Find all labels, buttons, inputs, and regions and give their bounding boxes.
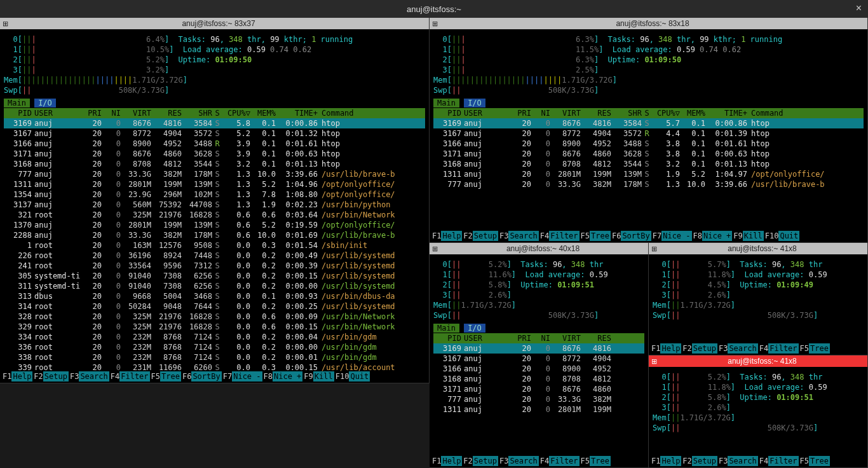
tab-io[interactable]: I/O (464, 99, 485, 107)
fkey-label[interactable]: Search (508, 231, 538, 241)
table-row[interactable]: 777anuj20033.3G382M178MS1.310.03:39.66/u… (433, 179, 864, 189)
fkey-F4[interactable]: F4 (759, 343, 768, 354)
table-row[interactable]: 3168anuj20087084812 (433, 374, 644, 384)
fkey-label[interactable]: Filter (549, 456, 579, 466)
keybar[interactable]: F1HelpF2SetupF3SearchF4FilterF5TreeF6Sor… (3, 371, 426, 382)
fkey-label[interactable]: Setup (473, 231, 498, 241)
fkey-F5[interactable]: F5 (581, 456, 590, 466)
fkey-F1[interactable]: F1 (432, 456, 441, 466)
fkey-F10[interactable]: F10 (765, 231, 779, 241)
table-row[interactable]: 3167anuj200877249043572R4.40.10:01.39hto… (433, 128, 864, 139)
table-row[interactable]: 321root200325M2197616828S0.60.60:03.64/u… (4, 210, 425, 220)
fkey-label[interactable]: Help (441, 456, 462, 466)
fkey-F3[interactable]: F3 (719, 456, 728, 466)
fkey-label[interactable]: Kill (743, 231, 764, 241)
fkey-F4[interactable]: F4 (540, 456, 549, 466)
table-row[interactable]: 3168anuj200870848123544S3.20.10:01.13hto… (4, 159, 425, 169)
table-row[interactable]: 3166anuj200890049523488R3.90.10:01.61hto… (4, 139, 425, 149)
table-row[interactable]: 329root200325M2197616828S0.00.60:00.15/u… (4, 322, 425, 332)
tab-main[interactable]: Main (433, 99, 459, 107)
fkey-label[interactable]: Tree (809, 343, 830, 354)
fkey-label[interactable]: Tree (809, 456, 830, 466)
fkey-label[interactable]: Search (728, 456, 757, 466)
fkey-label[interactable]: Filter (549, 231, 579, 241)
fkey-label[interactable]: Help (11, 371, 32, 382)
fkey-label[interactable]: Help (660, 456, 681, 466)
pane-br2-title[interactable]: ⊞ anuj@itsfoss:~ 41x8 (649, 355, 867, 367)
table-row[interactable]: 226root2003619689247448S0.00.20:00.49/us… (4, 251, 425, 261)
fkey-label[interactable]: Filter (119, 371, 149, 382)
fkey-F9[interactable]: F9 (304, 371, 313, 382)
fkey-F5[interactable]: F5 (151, 371, 160, 382)
fkey-label[interactable]: Kill (313, 371, 334, 382)
fkey-label[interactable]: Help (660, 343, 681, 354)
fkey-label[interactable]: Setup (692, 456, 717, 466)
table-row[interactable]: 311systemd-ti2009104073086256S0.00.20:00… (4, 281, 425, 291)
fkey-label[interactable]: Search (508, 456, 538, 466)
fkey-label[interactable]: Setup (473, 456, 498, 466)
fkey-F1[interactable]: F1 (432, 231, 441, 241)
fkey-F3[interactable]: F3 (499, 231, 508, 241)
table-row[interactable]: 3169anuj200867648163584S5.80.10:00.86hto… (4, 118, 425, 128)
fkey-F2[interactable]: F2 (463, 456, 472, 466)
fkey-label[interactable]: Quit (349, 371, 370, 382)
fkey-label[interactable]: Tree (160, 371, 181, 382)
fkey-F2[interactable]: F2 (463, 231, 472, 241)
table-row[interactable]: 2288anuj20033.3G382M178MS0.610.00:01.69/… (4, 230, 425, 240)
fkey-F5[interactable]: F5 (800, 343, 809, 354)
htop-tabs[interactable]: Main I/O (433, 323, 644, 333)
fkey-F3[interactable]: F3 (499, 456, 508, 466)
table-row[interactable]: 336root200232M87687124S0.00.20:00.00/usr… (4, 342, 425, 352)
table-header[interactable]: PIDUSERPRINIVIRTRES (433, 333, 644, 343)
fkey-label[interactable]: Search (728, 343, 757, 354)
fkey-label[interactable]: Quit (778, 231, 799, 241)
table-row[interactable]: 3166anuj200890049523488S3.80.10:01.61hto… (433, 139, 864, 149)
table-row[interactable]: 1370anuj2002801M199M139MS0.65.20:19.59/o… (4, 220, 425, 230)
table-row[interactable]: 314root2005028490487644S0.00.20:00.25/us… (4, 301, 425, 312)
tab-main[interactable]: Main (433, 324, 459, 333)
fkey-F8[interactable]: F8 (693, 231, 702, 241)
fkey-F5[interactable]: F5 (800, 456, 809, 466)
fkey-F5[interactable]: F5 (581, 231, 590, 241)
fkey-label[interactable]: Tree (590, 456, 611, 466)
fkey-F7[interactable]: F7 (223, 371, 232, 382)
pane-br1-title[interactable]: ⊞ anuj@itsfoss:~ 41x8 (649, 243, 867, 254)
pane-left-title[interactable]: ⊞ anuj@itsfoss:~ 83x37 (0, 18, 429, 29)
tab-main[interactable]: Main (4, 99, 30, 107)
htop-tabs[interactable]: Main I/O (4, 98, 425, 108)
table-header[interactable]: PIDUSERPRINIVIRTRESSHRSCPU%▽MEM%TIME+Com… (4, 108, 425, 118)
table-row[interactable]: 1311anuj2002801M199M (433, 404, 644, 415)
fkey-label[interactable]: Setup (692, 343, 717, 354)
table-row[interactable]: 338root200232M87687124S0.00.20:00.01/usr… (4, 352, 425, 362)
fkey-label[interactable]: Search (79, 371, 109, 382)
keybar[interactable]: F1HelpF2SetupF3SearchF4FilterF5Tree (432, 456, 646, 466)
htop-tabs[interactable]: Main I/O (433, 98, 864, 108)
fkey-F8[interactable]: F8 (264, 371, 273, 382)
fkey-F4[interactable]: F4 (111, 371, 119, 382)
table-row[interactable]: 334root200232M87687124S0.00.20:00.04/usr… (4, 332, 425, 342)
fkey-F6[interactable]: F6 (612, 231, 621, 241)
table-row[interactable]: 1354anuj20023.9G296M102MS1.37.81:08.80/o… (4, 189, 425, 200)
table-row[interactable]: 3137anuj200560M7539244708S1.31.90:02.23/… (4, 200, 425, 210)
table-row[interactable]: 241root2003356495967312S0.00.20:00.39/us… (4, 261, 425, 271)
fkey-F4[interactable]: F4 (540, 231, 549, 241)
fkey-label[interactable]: SortBy (191, 371, 221, 382)
fkey-F2[interactable]: F2 (34, 371, 43, 382)
pane-rt-title[interactable]: ⊞ anuj@itsfoss:~ 83x18 (430, 18, 867, 29)
table-row[interactable]: 1311anuj2002801M199M139MS1.95.21:04.97/o… (433, 169, 864, 179)
table-row[interactable]: 777anuj20033.3G382M178MS1.310.03:39.66/u… (4, 169, 425, 179)
fkey-F6[interactable]: F6 (182, 371, 191, 382)
fkey-label[interactable]: Tree (590, 231, 611, 241)
fkey-F2[interactable]: F2 (682, 343, 691, 354)
close-icon[interactable]: × (856, 3, 862, 14)
fkey-F2[interactable]: F2 (682, 456, 691, 466)
keybar[interactable]: F1HelpF2SetupF3SearchF4FilterF5TreeF6Sor… (432, 231, 865, 241)
fkey-F1[interactable]: F1 (651, 456, 660, 466)
fkey-label[interactable]: Setup (43, 371, 69, 382)
pane-bl-title[interactable]: ⊞ anuj@itsfoss:~ 40x18 (430, 243, 648, 254)
fkey-label[interactable]: Filter (768, 456, 798, 466)
fkey-label[interactable]: SortBy (621, 231, 651, 241)
fkey-F9[interactable]: F9 (733, 231, 742, 241)
fkey-F10[interactable]: F10 (336, 371, 349, 382)
keybar[interactable]: F1HelpF2SetupF3SearchF4FilterF5Tree (651, 343, 865, 354)
